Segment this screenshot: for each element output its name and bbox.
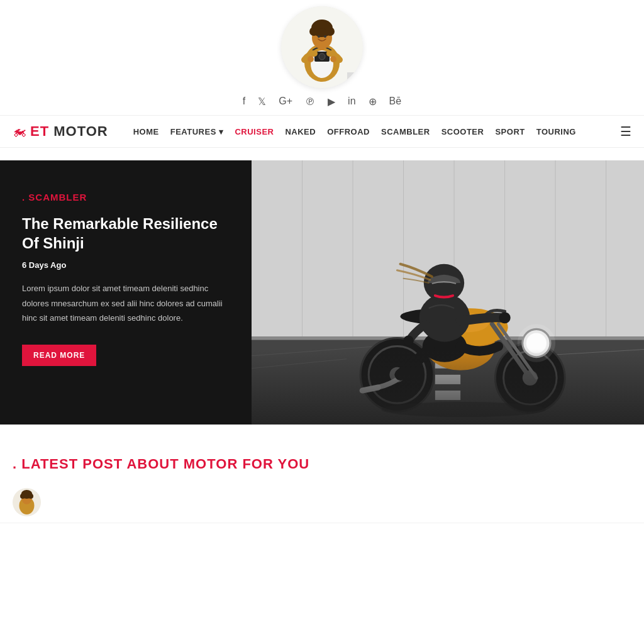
hero-banner: SCAMBLER The Remarkable Resilience Of Sh… <box>0 160 644 425</box>
google-plus-icon[interactable]: G+ <box>279 96 292 108</box>
avatar <box>281 6 363 88</box>
svg-point-15 <box>330 56 336 62</box>
linkedin-icon[interactable]: in <box>348 96 355 108</box>
svg-point-11 <box>318 20 326 29</box>
social-icons-row: f 𝕏 G+ ℗ ▶ in ⊕ Bē <box>243 88 401 115</box>
hero-image <box>252 160 644 425</box>
latest-post-row <box>0 482 644 523</box>
nav-item-home[interactable]: HOME <box>133 126 159 137</box>
nav-item-offroad[interactable]: OFFROAD <box>327 126 370 137</box>
hero-title: The Remarkable Resilience Of Shinji <box>22 214 230 253</box>
hero-category: SCAMBLER <box>22 192 230 203</box>
road-overlay <box>252 349 644 425</box>
nav-item-touring[interactable]: TOURING <box>536 126 576 137</box>
svg-point-54 <box>404 335 414 345</box>
pinterest-icon[interactable]: ℗ <box>305 96 315 108</box>
nav-menu: HOME FEATURES ▾ CRUISER NAKED OFFROAD SC… <box>133 126 620 137</box>
behance-icon[interactable]: Bē <box>389 96 402 108</box>
nav-item-naked[interactable]: NAKED <box>285 126 316 137</box>
hero-excerpt: Lorem ipsum dolor sit amet timeam deleni… <box>22 281 230 325</box>
svg-point-13 <box>324 35 326 38</box>
social-bar: f 𝕏 G+ ℗ ▶ in ⊕ Bē <box>0 0 644 115</box>
svg-point-62 <box>20 494 25 499</box>
hamburger-menu-icon[interactable]: ☰ <box>620 124 631 139</box>
facebook-icon[interactable]: f <box>243 96 245 108</box>
youtube-icon[interactable]: ▶ <box>328 96 335 108</box>
dribbble-icon[interactable]: ⊕ <box>369 96 377 108</box>
site-logo[interactable]: 🏍 ET MOTOR <box>13 123 108 140</box>
post-author-avatar <box>13 488 41 516</box>
read-more-button[interactable]: READ MORE <box>22 345 96 366</box>
hero-date: 6 Days Ago <box>22 260 230 270</box>
logo-text: ET MOTOR <box>30 123 108 140</box>
nav-item-sport[interactable]: SPORT <box>495 126 525 137</box>
svg-point-12 <box>318 35 320 38</box>
svg-point-63 <box>28 494 33 499</box>
navbar: 🏍 ET MOTOR HOME FEATURES ▾ CRUISER NAKED… <box>0 115 644 148</box>
svg-point-14 <box>308 56 314 62</box>
latest-post-heading: LATEST POST ABOUT MOTOR FOR YOU <box>0 437 644 482</box>
logo-icon: 🏍 <box>13 123 26 140</box>
svg-point-3 <box>319 53 325 60</box>
nav-item-features[interactable]: FEATURES ▾ <box>170 127 224 136</box>
nav-item-scambler[interactable]: SCAMBLER <box>381 126 430 137</box>
hero-content: SCAMBLER The Remarkable Resilience Of Sh… <box>0 160 252 425</box>
latest-post-section: LATEST POST ABOUT MOTOR FOR YOU <box>0 437 644 523</box>
svg-point-53 <box>499 312 511 323</box>
nav-item-cruiser[interactable]: CRUISER <box>235 126 274 137</box>
twitter-icon[interactable]: 𝕏 <box>258 96 266 108</box>
nav-item-scooter[interactable]: SCOOTER <box>441 126 484 137</box>
